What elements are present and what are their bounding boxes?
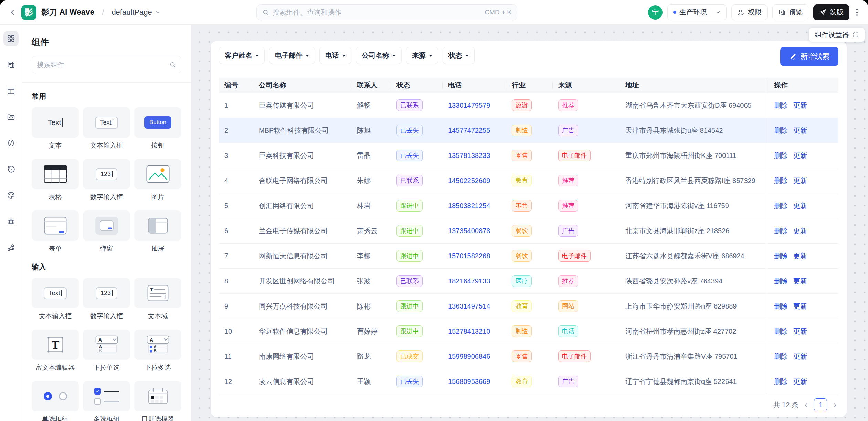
- user-avatar[interactable]: 宁: [648, 5, 663, 20]
- history-icon[interactable]: [3, 162, 19, 177]
- global-search[interactable]: CMD + K: [256, 4, 517, 20]
- layout-icon[interactable]: [3, 83, 19, 98]
- component-tile-form[interactable]: 表单: [32, 210, 79, 253]
- component-tile-number-input[interactable]: 123数字输入框: [83, 159, 130, 202]
- canvas[interactable]: 组件设置器 客户姓名电子邮件电话公司名称来源状态 新增线索 编号公司名称联系人状…: [191, 25, 868, 421]
- component-tile-image[interactable]: 图片: [134, 159, 181, 202]
- component-tile-text[interactable]: Text文本: [32, 107, 79, 150]
- table-row[interactable]: 8开发区世创网络有限公司张波已联系18216479133医疗推荐陕西省璐县安次孙…: [219, 269, 766, 294]
- component-tile-radio-group[interactable]: 单选框组: [32, 381, 79, 421]
- table-row[interactable]: 11南康网络有限公司路龙已成交15998906846零售电子邮件浙江省丹丹市清浦…: [219, 344, 766, 369]
- component-tile-date-picker[interactable]: 日期选择器: [134, 381, 181, 421]
- delete-link[interactable]: 删除: [774, 126, 788, 135]
- delete-link[interactable]: 删除: [774, 226, 788, 236]
- current-page[interactable]: 1: [814, 398, 827, 411]
- update-link[interactable]: 更新: [793, 151, 807, 160]
- add-lead-button[interactable]: 新增线索: [780, 47, 838, 66]
- delete-link[interactable]: 删除: [774, 176, 788, 185]
- delete-link[interactable]: 删除: [774, 101, 788, 110]
- table-row[interactable]: 12凌云信息有限公司王颖已丢失15680953669教育广告辽宁省宁德县魏都南京…: [219, 369, 766, 394]
- more-menu-button[interactable]: [854, 7, 860, 18]
- update-link[interactable]: 更新: [793, 327, 807, 336]
- source-cell: 广告: [553, 225, 620, 237]
- components-icon[interactable]: [3, 31, 19, 46]
- permissions-button[interactable]: 权限: [731, 4, 768, 20]
- update-link[interactable]: 更新: [793, 126, 807, 135]
- filter-chip[interactable]: 状态: [443, 47, 475, 64]
- component-search[interactable]: [32, 56, 181, 73]
- prev-page-button[interactable]: ‹: [804, 400, 808, 410]
- table-row[interactable]: 5创汇网络有限公司林岩跟进中18503821254零售推荐河南省建华市海港陈街v…: [219, 193, 766, 218]
- table-row[interactable]: 9同兴万点科技有限公司陈彬跟进中13631497514教育网站上海市玉华市静安郑…: [219, 294, 766, 319]
- update-link[interactable]: 更新: [793, 226, 807, 236]
- preview-button[interactable]: 预览: [772, 4, 808, 20]
- phone-cell: 15701582268: [443, 252, 506, 260]
- table-row[interactable]: 2MBP软件科技有限公司陈旭已丢失14577472255制造广告天津市丹县东城张…: [219, 118, 766, 143]
- filter-chip[interactable]: 客户姓名: [219, 47, 265, 64]
- component-tile-checkbox-group[interactable]: ✓多选框组: [83, 381, 130, 421]
- theme-icon[interactable]: [3, 188, 19, 203]
- next-page-button[interactable]: ›: [833, 400, 837, 410]
- pages-icon[interactable]: [3, 57, 19, 72]
- filter-chip[interactable]: 电子邮件: [269, 47, 315, 64]
- component-tile-richtext[interactable]: T富文本编辑器: [32, 330, 79, 372]
- component-search-input[interactable]: [37, 61, 167, 69]
- delete-link[interactable]: 删除: [774, 151, 788, 160]
- component-tile-text-input[interactable]: Text文本输入框: [83, 107, 130, 150]
- filter-chip[interactable]: 来源: [406, 47, 438, 64]
- app-body: 组件 常用Text文本Text文本输入框Button按钮表格123数字输入框图片…: [0, 25, 868, 421]
- filter-chip[interactable]: 电话: [319, 47, 351, 64]
- tile-label: 文本域: [134, 312, 181, 321]
- table-row[interactable]: 4合联电子网络有限公司朱娜已联系14502252609教育推荐香港特别行政区凤兰…: [219, 168, 766, 193]
- component-tile-select-multi[interactable]: AAB下拉多选: [134, 330, 181, 372]
- delete-link[interactable]: 删除: [774, 327, 788, 336]
- component-settings-toggle[interactable]: 组件设置器: [809, 28, 865, 42]
- component-tile-text-input[interactable]: Text文本输入框: [32, 278, 79, 321]
- component-tile-table[interactable]: 表格: [32, 159, 79, 202]
- component-tile-modal[interactable]: 弹窗: [83, 210, 130, 253]
- table-row[interactable]: 6兰金电子传媒有限公司萧秀云跟进中13735400878餐饮广告北京市文县海港邯…: [219, 218, 766, 244]
- update-link[interactable]: 更新: [793, 101, 807, 110]
- page-selector[interactable]: defaultPage: [112, 8, 160, 17]
- flow-icon[interactable]: [3, 240, 19, 255]
- debug-icon[interactable]: [3, 214, 19, 229]
- tag-badge: 广告: [558, 376, 578, 387]
- component-tile-select-single[interactable]: AAB下拉单选: [83, 330, 130, 372]
- component-tile-drawer[interactable]: 抽屉: [134, 210, 181, 253]
- publish-button[interactable]: 发版: [813, 4, 849, 20]
- update-link[interactable]: 更新: [793, 176, 807, 185]
- delete-link[interactable]: 删除: [774, 201, 788, 210]
- filter-chip-label: 电话: [325, 51, 339, 60]
- update-link[interactable]: 更新: [793, 302, 807, 311]
- delete-link[interactable]: 删除: [774, 277, 788, 286]
- table-row[interactable]: 3巨奥科技有限公司雷晶已丢失13578138233零售电子邮件重庆市郑州市海陵梧…: [219, 143, 766, 168]
- table-row[interactable]: 1巨奥传媒有限公司解畅已联系13301479579旅游推荐湖南省乌鲁木齐市大东西…: [219, 93, 766, 118]
- tile-label: 富文本编辑器: [32, 363, 79, 372]
- update-link[interactable]: 更新: [793, 251, 807, 261]
- update-link[interactable]: 更新: [793, 277, 807, 286]
- delete-link[interactable]: 删除: [774, 377, 788, 386]
- column-header: 来源: [553, 80, 620, 90]
- update-link[interactable]: 更新: [793, 377, 807, 386]
- table-row[interactable]: 10华远软件信息有限公司曹婷婷跟进中15278413210制造电话河南省梧州市孝…: [219, 319, 766, 344]
- delete-link[interactable]: 删除: [774, 251, 788, 261]
- tag-badge: 广告: [558, 225, 578, 237]
- address-cell: 江苏省六盘水县魏都嘉禾街V座 686924: [620, 251, 766, 261]
- component-tile-textarea[interactable]: T文本域: [134, 278, 181, 321]
- text-icon: Text: [32, 107, 79, 138]
- update-link[interactable]: 更新: [793, 352, 807, 361]
- code-icon[interactable]: [3, 136, 19, 151]
- filter-chip[interactable]: 公司名称: [356, 47, 402, 64]
- delete-link[interactable]: 删除: [774, 302, 788, 311]
- code-files-icon[interactable]: [3, 109, 19, 125]
- component-tile-number-input[interactable]: 123数字输入框: [83, 278, 130, 321]
- back-button[interactable]: [9, 9, 17, 16]
- component-tile-button[interactable]: Button按钮: [134, 107, 181, 150]
- divider: [711, 9, 711, 16]
- table-row[interactable]: 7网新恒天信息有限公司李柳跟进中15701582268餐饮电子邮件江苏省六盘水县…: [219, 244, 766, 269]
- environment-selector[interactable]: 生产环境: [667, 4, 727, 20]
- delete-link[interactable]: 删除: [774, 352, 788, 361]
- filter-chip-label: 客户姓名: [225, 51, 252, 60]
- global-search-input[interactable]: [273, 9, 481, 17]
- update-link[interactable]: 更新: [793, 201, 807, 210]
